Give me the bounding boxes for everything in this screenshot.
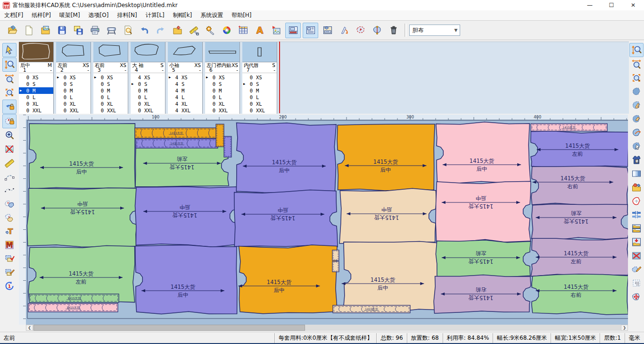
- size-row-S[interactable]: 4S: [168, 81, 202, 87]
- rtool-pieces-folder-button[interactable]: [630, 181, 643, 194]
- marker-piece[interactable]: [236, 123, 336, 193]
- pattern-cell-1[interactable]: 后中M1-0XS0S▶0M0L0XL0XXL: [19, 42, 54, 114]
- menu-item-6[interactable]: 制帽[k]: [169, 10, 196, 20]
- menu-item-7[interactable]: 系统设置: [196, 10, 227, 20]
- size-row-M[interactable]: 0M: [56, 87, 91, 94]
- size-row-XS[interactable]: ▶4XS: [168, 74, 202, 81]
- rtool-folders-copy-button[interactable]: [630, 222, 643, 235]
- horizontal-scrollbar[interactable]: ❮ ❯: [26, 325, 628, 331]
- pattern-size-table[interactable]: ▶0XS0S0M0L0XL0XXL: [205, 73, 239, 116]
- size-row-S[interactable]: 0S: [205, 81, 239, 87]
- rtool-folder-import-button[interactable]: [630, 235, 643, 249]
- marker-piece[interactable]: [436, 122, 531, 183]
- menu-item-2[interactable]: 唛架[M]: [55, 10, 84, 20]
- ltool-zoom-in-button[interactable]: [3, 129, 16, 142]
- pattern-cell-4[interactable]: 大 袖S4-4XS▶0S0M0L0XL0XXL: [131, 42, 165, 114]
- pattern-cell-7[interactable]: 内代唇S7-0XS▶0S0M0L0XL0XXL: [242, 42, 277, 114]
- size-row-XS[interactable]: 4XS: [131, 74, 165, 81]
- size-row-XS[interactable]: ▶0XS: [56, 74, 91, 81]
- size-row-L[interactable]: 0L: [93, 94, 128, 101]
- ltool-select-pointer-button[interactable]: [2, 43, 17, 57]
- size-row-L[interactable]: 0L: [56, 94, 91, 101]
- marker-strip[interactable]: 1415大货: [29, 294, 119, 302]
- pattern-cell-6[interactable]: 左门襟内贴XS6-▶0XS0S0M0L0XL0XXL: [205, 42, 240, 114]
- ltool-zoom-width-button[interactable]: [3, 72, 16, 85]
- toolbar-view-pattern-button[interactable]: [285, 23, 301, 38]
- marker-strip[interactable]: 1415大货: [28, 303, 118, 312]
- toolbar-save-as-button[interactable]: [71, 23, 85, 38]
- size-row-L[interactable]: 0L: [242, 94, 277, 101]
- marker-strip[interactable]: 1415大货: [135, 128, 218, 138]
- size-row-XXL[interactable]: 4XXL: [168, 107, 202, 114]
- ltool-zoom-full-button[interactable]: [3, 86, 16, 99]
- toolbar-system-tools-button[interactable]: [203, 23, 217, 38]
- marker-piece[interactable]: [29, 124, 135, 189]
- rtool-piece-blob-button[interactable]: [630, 85, 643, 98]
- size-row-XL[interactable]: 4XL: [168, 101, 202, 107]
- rtool-zoom-width-button[interactable]: [630, 58, 643, 71]
- ltool-piece-modify-button[interactable]: [3, 266, 16, 279]
- scroll-left-arrow[interactable]: ❮: [26, 325, 33, 331]
- ltool-rotate-one-button[interactable]: 1: [3, 279, 16, 293]
- marker-piece[interactable]: [337, 124, 435, 191]
- toolbar-piece-split-button[interactable]: [370, 23, 384, 38]
- rtool-piece-outline-button[interactable]: [630, 194, 643, 208]
- size-row-S[interactable]: ▶0S: [131, 81, 165, 87]
- ltool-undo-locked-button[interactable]: [2, 100, 17, 114]
- ltool-measure-ruler-button[interactable]: [3, 156, 16, 169]
- toolbar-new-doc-button[interactable]: [21, 23, 36, 38]
- ltool-piece-locked-button[interactable]: [2, 114, 17, 128]
- menu-item-0[interactable]: 文档[F]: [0, 10, 27, 20]
- size-row-L[interactable]: 0L: [19, 94, 53, 101]
- menu-item-3[interactable]: 选项[O]: [84, 10, 113, 20]
- toolbar-piece-recall-button[interactable]: [353, 23, 368, 38]
- size-row-XXL[interactable]: 0XXL: [205, 107, 239, 114]
- pattern-thumbnail[interactable]: [19, 42, 53, 62]
- rtool-piece-hand2-button[interactable]: [630, 112, 643, 126]
- rtool-piece-point-button[interactable]: [630, 140, 643, 153]
- toolbar-rotate-angle-button[interactable]: [337, 23, 351, 38]
- toolbar-color-wheel-button[interactable]: [219, 23, 234, 38]
- toolbar-export-image-button[interactable]: [269, 23, 283, 38]
- size-row-XXL[interactable]: 0XXL: [131, 107, 165, 114]
- marker-small-piece[interactable]: [332, 261, 339, 272]
- size-row-L[interactable]: 0L: [131, 94, 165, 101]
- toolbar-undo-button[interactable]: [137, 23, 151, 38]
- marker-strip[interactable]: 1415大货: [136, 139, 218, 148]
- marker-piece[interactable]: [27, 188, 137, 247]
- ltool-m-tool-button[interactable]: M: [3, 238, 16, 252]
- marker-piece[interactable]: [531, 166, 628, 206]
- marker-piece[interactable]: [436, 181, 531, 242]
- rtool-dot-region-button[interactable]: [630, 277, 643, 290]
- marker-small-piece[interactable]: [332, 250, 339, 260]
- menu-item-5[interactable]: 计算[L]: [141, 10, 169, 20]
- size-row-XL[interactable]: 0XL: [242, 101, 277, 107]
- rtool-piece-expand-button[interactable]: [630, 290, 643, 303]
- toolbar-add-pattern-button[interactable]: [170, 23, 184, 38]
- toolbar-redo-button[interactable]: [153, 23, 168, 38]
- close-button[interactable]: ✕: [622, 0, 644, 10]
- size-row-XL[interactable]: 0XL: [93, 101, 128, 107]
- toolbar-measure-tools-button[interactable]: [186, 23, 201, 38]
- size-row-XXL[interactable]: 0XXL: [93, 107, 128, 114]
- rtool-fabric-gradient-button[interactable]: [630, 167, 643, 180]
- size-row-XL[interactable]: 0XL: [19, 101, 53, 107]
- rtool-piece-pencil-button[interactable]: [630, 263, 643, 276]
- size-row-L[interactable]: 4L: [168, 94, 202, 101]
- rtool-merge-arrows-button[interactable]: [630, 208, 643, 221]
- pattern-size-table[interactable]: ▶0XS0S0M0L0XL0XXL: [93, 73, 128, 116]
- size-row-XXL[interactable]: 0XXL: [56, 107, 91, 114]
- menu-item-4[interactable]: 排料[N]: [113, 10, 141, 20]
- size-row-M[interactable]: 0M: [131, 87, 165, 94]
- size-row-XXL[interactable]: 0XXL: [242, 107, 277, 114]
- menu-item-8[interactable]: 帮助[H]: [227, 10, 256, 20]
- ltool-piece-copy-button[interactable]: [3, 197, 16, 210]
- toolbar-open-image-folder-button[interactable]: [38, 23, 52, 38]
- size-row-XL[interactable]: 0XL: [56, 101, 91, 107]
- toolbar-font-a-button[interactable]: A: [252, 23, 267, 38]
- size-row-L[interactable]: 0L: [205, 94, 239, 101]
- size-row-M[interactable]: 0M: [205, 87, 239, 94]
- pattern-thumbnail[interactable]: [242, 42, 277, 62]
- size-row-M[interactable]: 0M: [93, 87, 128, 94]
- toolbar-view-sheet-button[interactable]: [320, 23, 335, 38]
